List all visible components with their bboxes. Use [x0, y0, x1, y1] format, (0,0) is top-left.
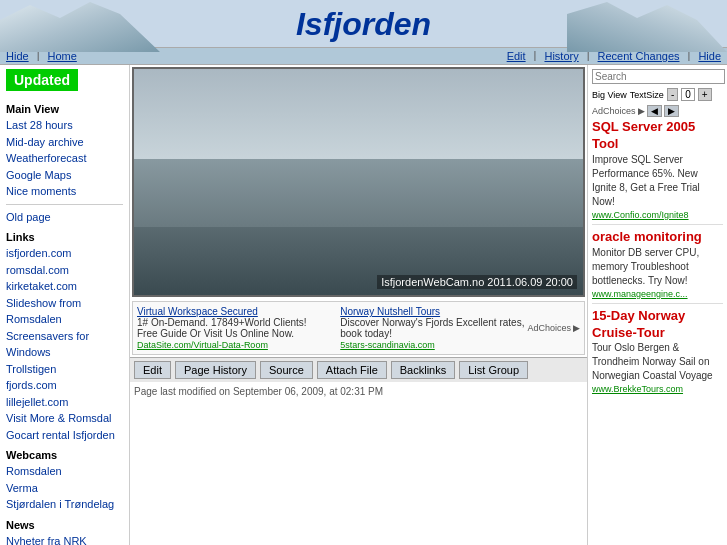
page-toolbar: Edit Page History Source Attach File Bac… — [130, 357, 587, 382]
sidebar-link-fjords[interactable]: fjords.com — [6, 377, 123, 394]
right-ad-1-url[interactable]: www.Confio.com/Ignite8 — [592, 210, 689, 220]
right-ad-1-title[interactable]: SQL Server 2005 Tool — [592, 119, 723, 153]
webcams-title: Webcams — [6, 449, 123, 461]
sidebar-link-last28[interactable]: Last 28 hours — [6, 117, 123, 134]
search-box: Go — [592, 69, 723, 84]
ad-right-title[interactable]: Norway Nutshell Tours — [340, 306, 440, 317]
sidebar-link-isfjorden[interactable]: isfjorden.com — [6, 245, 123, 262]
ad-divider-1 — [592, 224, 723, 225]
right-ad-3-title[interactable]: 15-Day Norway Cruise-Tour — [592, 308, 723, 342]
adchoices-row: AdChoices ▶ ◀ ▶ — [592, 105, 723, 117]
topnav-edit[interactable]: Edit — [505, 49, 528, 63]
sidebar-link-googlemaps[interactable]: Google Maps — [6, 167, 123, 184]
sidebar-link-trollstigen[interactable]: Trollstigen — [6, 361, 123, 378]
ad-right-body: Discover Norway's Fjords Excellent rates… — [340, 317, 527, 339]
left-sidebar: Updated Main View Last 28 hours Mid-day … — [0, 65, 130, 545]
right-ad-2-body: Monitor DB server CPU, memory Troublesho… — [592, 246, 723, 288]
right-ad-1-body: Improve SQL Server Performance 65%. New … — [592, 153, 723, 209]
ad-banner-row: Virtual Workspace Secured 1# On-Demand. … — [137, 306, 580, 350]
sidebar-link-screensavers[interactable]: Screensavers for Windows — [6, 328, 123, 361]
sidebar-link-lillejellet[interactable]: lillejellet.com — [6, 394, 123, 411]
sidebar-link-nrk[interactable]: Nyheter fra NRK — [6, 533, 123, 546]
right-ad-2-title[interactable]: oracle monitoring — [592, 229, 723, 246]
sidebar-link-kirketaket[interactable]: kirketaket.com — [6, 278, 123, 295]
webcam-horizon — [134, 159, 583, 227]
right-ad-1: SQL Server 2005 Tool Improve SQL Server … — [592, 119, 723, 220]
sidebar-divider-1 — [6, 204, 123, 205]
text-size-plus[interactable]: + — [698, 88, 712, 101]
links-title: Links — [6, 231, 123, 243]
ad-divider-2 — [592, 303, 723, 304]
adchoices-icon: ▶ — [638, 106, 645, 116]
sidebar-link-oldpage[interactable]: Old page — [6, 209, 123, 226]
adchoices-label: AdChoices — [592, 106, 636, 116]
right-sidebar: Go Big View TextSize - 0 + AdChoices ▶ ◀… — [587, 65, 727, 545]
ad-left-title[interactable]: Virtual Workspace Secured — [137, 306, 258, 317]
text-size-label: TextSize — [630, 90, 664, 100]
right-ad-3-body: Tour Oslo Bergen & Trondheim Norway Sail… — [592, 341, 723, 383]
ad-left: Virtual Workspace Secured 1# On-Demand. … — [137, 306, 332, 350]
text-size-row: Big View TextSize - 0 + — [592, 88, 723, 101]
ad-banner-center: Virtual Workspace Secured 1# On-Demand. … — [132, 301, 585, 355]
right-ad-2: oracle monitoring Monitor DB server CPU,… — [592, 229, 723, 299]
sidebar-link-stjordalen[interactable]: Stjørdalen i Trøndelag — [6, 496, 123, 513]
sidebar-link-nice[interactable]: Nice moments — [6, 183, 123, 200]
sidebar-link-verma[interactable]: Verma — [6, 480, 123, 497]
ad-left-url[interactable]: DataSite.com/Virtual-Data-Room — [137, 340, 268, 350]
sidebar-link-romsdal[interactable]: romsdal.com — [6, 262, 123, 279]
toolbar-attach-file[interactable]: Attach File — [317, 361, 387, 379]
search-input[interactable] — [592, 69, 725, 84]
page-last-modified: Page last modified on September 06, 2009… — [130, 384, 587, 399]
news-title: News — [6, 519, 123, 531]
sidebar-link-gocart[interactable]: Gocart rental Isfjorden — [6, 427, 123, 444]
sidebar-link-romsdalen[interactable]: Romsdalen — [6, 463, 123, 480]
text-size-minus[interactable]: - — [667, 88, 678, 101]
sidebar-link-midday[interactable]: Mid-day archive — [6, 134, 123, 151]
right-ad-3-url[interactable]: www.BrekkeTours.com — [592, 384, 683, 394]
toolbar-backlinks[interactable]: Backlinks — [391, 361, 455, 379]
toolbar-source[interactable]: Source — [260, 361, 313, 379]
ad-left-body: 1# On-Demand. 17849+World Clients! Free … — [137, 317, 324, 339]
nav-arrow-right[interactable]: ▶ — [664, 105, 679, 117]
right-ad-2-url[interactable]: www.manageengine.c... — [592, 289, 688, 299]
webcam-image: IsfjordenWebCam.no 2011.06.09 20:00 — [132, 67, 585, 297]
center-content: IsfjordenWebCam.no 2011.06.09 20:00 Virt… — [130, 65, 587, 545]
updated-badge: Updated — [6, 69, 78, 91]
toolbar-list-group[interactable]: List Group — [459, 361, 528, 379]
ad-right-url[interactable]: 5stars-scandinavia.com — [340, 340, 435, 350]
sidebar-link-weather[interactable]: Weatherforecast — [6, 150, 123, 167]
text-size-value: 0 — [681, 88, 695, 101]
ad-right: Norway Nutshell Tours Discover Norway's … — [332, 306, 527, 350]
webcam-timestamp: IsfjordenWebCam.no 2011.06.09 20:00 — [377, 275, 577, 289]
webcam-placeholder — [134, 69, 583, 295]
toolbar-page-history[interactable]: Page History — [175, 361, 256, 379]
sidebar-link-visitmore[interactable]: Visit More & Romsdal — [6, 410, 123, 427]
webcam-sky — [134, 69, 583, 159]
adchoices-badge-center: AdChoices ▶ — [527, 323, 580, 333]
nav-arrow-left[interactable]: ◀ — [647, 105, 662, 117]
toolbar-edit[interactable]: Edit — [134, 361, 171, 379]
sidebar-link-slideshow[interactable]: Slideshow from Romsdalen — [6, 295, 123, 328]
main-view-title: Main View — [6, 103, 123, 115]
right-ad-3: 15-Day Norway Cruise-Tour Tour Oslo Berg… — [592, 308, 723, 395]
big-view-label: Big View — [592, 90, 627, 100]
